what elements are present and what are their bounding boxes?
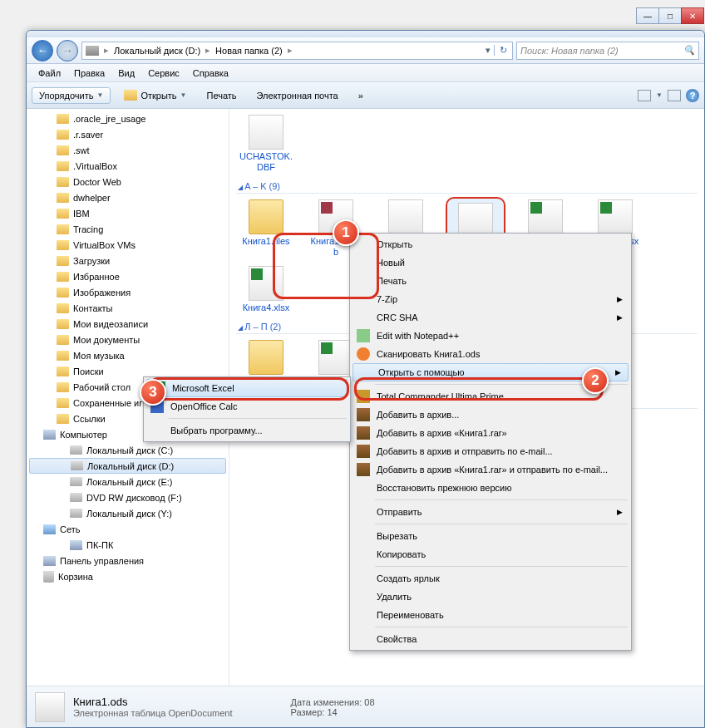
- file-icon: [318, 340, 353, 375]
- tree-pc[interactable]: ПК-ПК: [27, 537, 229, 553]
- tree-folder[interactable]: Моя музыка: [27, 347, 229, 363]
- ctx-item[interactable]: Переименовать: [352, 606, 629, 624]
- menu-view[interactable]: Вид: [111, 66, 141, 80]
- crumb-item[interactable]: Новая папка (2): [212, 46, 286, 56]
- tree-label: .r.saver: [73, 130, 103, 140]
- tree-folder[interactable]: .oracle_jre_usage: [27, 111, 229, 126]
- ctx-item[interactable]: Новый: [352, 253, 629, 272]
- search-input[interactable]: Поиск: Новая папка (2) 🔍: [516, 42, 699, 60]
- menu-edit[interactable]: Правка: [67, 66, 111, 80]
- ctx-item[interactable]: Свойства: [352, 630, 629, 648]
- ctx-item[interactable]: Добавить в архив «Книга1.rar» и отправит…: [352, 460, 629, 479]
- ctx-item[interactable]: Добавить в архив...: [352, 406, 629, 424]
- help-icon[interactable]: ?: [686, 89, 699, 102]
- titlebar[interactable]: [27, 31, 704, 37]
- group-header[interactable]: A – K (9): [236, 178, 698, 194]
- email-button[interactable]: Электронная почта: [250, 88, 345, 103]
- print-button[interactable]: Печать: [200, 88, 244, 103]
- openwith-submenu: Microsoft Excel OpenOffice Calc Выбрать …: [143, 376, 351, 442]
- maximize-button[interactable]: □: [658, 7, 682, 24]
- ctx-item[interactable]: Открыть: [352, 235, 629, 253]
- drive-icon: [70, 509, 82, 518]
- more-button[interactable]: »: [352, 88, 370, 103]
- tree-label: Ссылки: [73, 414, 106, 424]
- ctx-item[interactable]: Создать ярлык: [352, 569, 629, 588]
- tree-label: Мои документы: [73, 335, 140, 345]
- breadcrumb[interactable]: ▸ Локальный диск (D:) ▸ Новая папка (2) …: [81, 42, 513, 60]
- menu-file[interactable]: Файл: [32, 66, 67, 80]
- file-icon: [388, 199, 423, 234]
- status-filetype: Электронная таблица OpenDocument: [73, 708, 233, 718]
- ctx-item[interactable]: Edit with Notepad++: [352, 327, 629, 345]
- tree-network[interactable]: Сеть: [27, 521, 229, 537]
- tree-folder[interactable]: Мои видеозаписи: [27, 316, 229, 332]
- ctx-icon: [357, 329, 370, 342]
- tree-folder[interactable]: IBM: [27, 205, 229, 221]
- ctx-item[interactable]: Отправить▶: [352, 503, 629, 521]
- tree-label: .oracle_jre_usage: [73, 114, 145, 124]
- folder-icon: [57, 130, 69, 140]
- menu-help[interactable]: Справка: [186, 66, 235, 80]
- ctx-item[interactable]: Добавить в архив и отправить по e-mail..…: [352, 442, 629, 460]
- dropdown-icon[interactable]: ▾: [482, 45, 494, 56]
- tree-folder[interactable]: .VirtualBox: [27, 158, 229, 174]
- organize-button[interactable]: Упорядочить ▼: [32, 87, 111, 104]
- folder-icon: [57, 288, 69, 298]
- tree-drive[interactable]: DVD RW дисковод (F:): [27, 489, 229, 505]
- openwith-choose[interactable]: Выбрать программу...: [145, 421, 348, 440]
- ctx-item[interactable]: 7-Zip▶: [352, 290, 629, 308]
- tree-folder[interactable]: Мои документы: [27, 332, 229, 347]
- ctx-item[interactable]: Печать: [352, 272, 629, 290]
- file-icon: [598, 199, 633, 234]
- menu-tools[interactable]: Сервис: [141, 66, 186, 80]
- openwith-excel[interactable]: Microsoft Excel: [146, 379, 348, 397]
- tree-folder[interactable]: dwhelper: [27, 189, 229, 205]
- tree-drive[interactable]: Локальный диск (C:): [27, 442, 229, 458]
- file-label: UCHASTOK.DBF: [239, 151, 293, 172]
- tree-folder[interactable]: Doctor Web: [27, 174, 229, 189]
- tree-folder[interactable]: Загрузки: [27, 253, 229, 268]
- folder-icon: [57, 319, 69, 329]
- tree-drive[interactable]: Локальный диск (Y:): [27, 505, 229, 521]
- tree-folder[interactable]: Избранное: [27, 268, 229, 284]
- preview-pane-icon[interactable]: [668, 90, 681, 101]
- ctx-item[interactable]: Копировать: [352, 545, 629, 563]
- tree-drive[interactable]: Локальный диск (D:): [29, 458, 226, 474]
- ctx-item[interactable]: Удалить: [352, 588, 629, 606]
- drive-icon: [71, 461, 83, 470]
- close-button[interactable]: ✕: [681, 7, 704, 24]
- openwith-oocalc[interactable]: OpenOffice Calc: [145, 397, 348, 416]
- ctx-icon: [357, 445, 370, 458]
- file-item[interactable]: Книга1.files: [236, 197, 296, 259]
- tree-label: Doctor Web: [73, 177, 121, 187]
- tree-folder[interactable]: Изображения: [27, 284, 229, 300]
- tree-label: Корзина: [58, 572, 93, 582]
- tree-folder[interactable]: .swt: [27, 142, 229, 158]
- ctx-item[interactable]: Восстановить прежнюю версию: [352, 479, 629, 497]
- ctx-item[interactable]: CRC SHA▶: [352, 308, 629, 327]
- tree-drive[interactable]: Локальный диск (E:): [27, 474, 229, 489]
- back-button[interactable]: ←: [32, 40, 53, 61]
- forward-button[interactable]: →: [57, 40, 78, 61]
- ctx-item[interactable]: Сканировать Книга1.ods: [352, 345, 629, 363]
- ctx-item[interactable]: Добавить в архив «Книга1.rar»: [352, 424, 629, 442]
- tree-control-panel[interactable]: Панель управления: [27, 553, 229, 568]
- tree-folder[interactable]: .r.saver: [27, 126, 229, 142]
- status-date-value: 08: [364, 697, 374, 707]
- tree-recycle-bin[interactable]: Корзина: [27, 568, 229, 584]
- tree-label: Компьютер: [60, 430, 107, 440]
- file-item[interactable]: Книга4.xlsx: [236, 263, 296, 316]
- refresh-icon[interactable]: ↻: [494, 45, 512, 56]
- crumb-item[interactable]: Локальный диск (D:): [111, 46, 204, 56]
- ctx-item[interactable]: Вырезать: [352, 527, 629, 545]
- view-options-icon[interactable]: [638, 90, 651, 101]
- folder-icon: [57, 272, 69, 282]
- file-item[interactable]: UCHASTOK.DBF: [236, 112, 296, 175]
- folder-icon: [57, 145, 69, 155]
- drive-icon: [86, 46, 99, 56]
- tree-folder[interactable]: VirtualBox VMs: [27, 237, 229, 253]
- tree-folder[interactable]: Контакты: [27, 300, 229, 316]
- open-button[interactable]: Открыть ▼: [117, 87, 193, 103]
- tree-folder[interactable]: Tracing: [27, 221, 229, 237]
- minimize-button[interactable]: —: [636, 7, 659, 24]
